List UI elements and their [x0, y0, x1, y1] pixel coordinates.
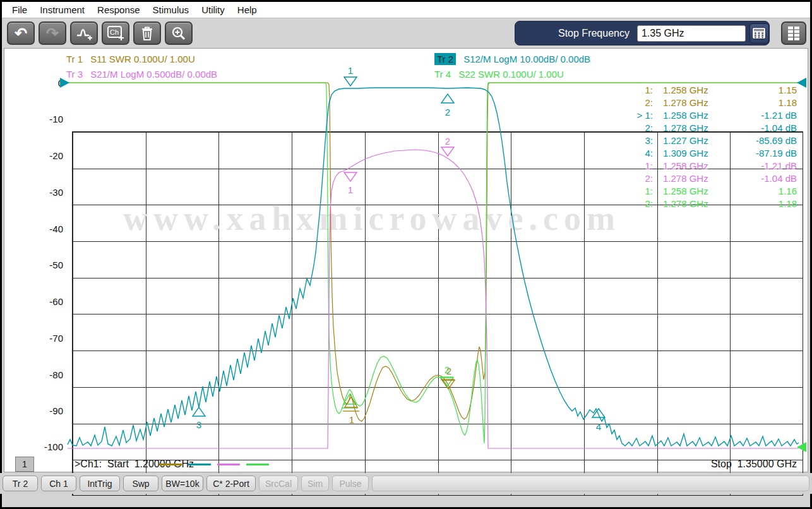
- sweep-stop-readout: Stop 1.35000 GHz: [711, 458, 797, 470]
- trace-legend-swatches: [159, 464, 269, 465]
- redo-button: ↷: [39, 21, 66, 45]
- toolbar: ↶ ↷ Ch: [2, 19, 810, 48]
- softkey-bw[interactable]: BW=10k: [162, 476, 203, 491]
- bottom-status-bar: Tr 2 Ch 1 IntTrig Swp BW=10k C* 2-Port S…: [0, 473, 812, 494]
- keypad-icon: [752, 27, 766, 39]
- tr1-swatch: [159, 464, 182, 465]
- marker-row: 1:1.258 GHz1.15: [624, 84, 797, 97]
- marker-row-active: > 1:1.258 GHz-1.21 dB: [624, 109, 797, 122]
- softkey-pulse: Pulse: [332, 476, 369, 491]
- zoom-button[interactable]: [165, 21, 193, 45]
- channel-tab[interactable]: 1: [15, 457, 34, 472]
- redo-arrow-icon: ↷: [46, 26, 59, 41]
- tr4-swatch: [246, 464, 269, 465]
- marker-row: 2:1.278 GHz1.18: [624, 97, 797, 109]
- add-channel-button[interactable]: Ch: [102, 21, 129, 45]
- marker-row: 2:1.278 GHz-1.04 dB: [624, 122, 797, 135]
- trace-desc-tr2: S12/M LogM 10.00dB/ 0.00dB: [463, 54, 590, 64]
- softkey-ch1[interactable]: Ch 1: [41, 476, 76, 491]
- menu-stimulus[interactable]: Stimulus: [146, 4, 196, 15]
- menu-bar: File Instrument Response Stimulus Utilit…: [2, 2, 810, 18]
- menu-response[interactable]: Response: [91, 4, 146, 15]
- undo-arrow-icon: ↶: [15, 26, 27, 41]
- softkey-swp[interactable]: Swp: [123, 476, 158, 491]
- tr2-swatch: [188, 464, 211, 465]
- pulse-plus-icon: [76, 26, 92, 41]
- delete-button[interactable]: [133, 21, 161, 45]
- marker-row: 3:1.227 GHz-85.69 dB: [624, 135, 797, 147]
- marker-row: 1:1.258 GHz1.16: [624, 185, 797, 198]
- menu-help[interactable]: Help: [231, 4, 263, 15]
- vna-application-window: { "menu": {"items": ["File", "Instrument…: [0, 0, 812, 509]
- marker-row: 2:1.278 GHz1.18: [624, 198, 797, 210]
- softkey-sim: Sim: [301, 476, 329, 491]
- undo-button[interactable]: ↶: [7, 21, 35, 45]
- marker-readout-table: 1:1.258 GHz1.15 2:1.278 GHz1.18 > 1:1.25…: [624, 84, 797, 210]
- trace-label-tr4[interactable]: Tr 4S22 SWR 0.100U/ 1.00U: [434, 69, 564, 80]
- magnifier-plus-icon: [171, 26, 186, 41]
- softkey-inttrig[interactable]: IntTrig: [80, 476, 120, 491]
- add-trace-button[interactable]: [70, 21, 98, 45]
- menu-file[interactable]: File: [6, 4, 33, 15]
- trash-icon: [140, 26, 154, 41]
- trace-id-tr4: Tr 4: [434, 69, 451, 80]
- stop-frequency-input[interactable]: [637, 25, 746, 42]
- softkey-srccal: SrcCal: [259, 476, 298, 491]
- grid-layout-icon: [787, 26, 800, 41]
- trace-desc-tr1: S11 SWR 0.100U/ 1.00U: [90, 54, 195, 64]
- trace-label-tr2[interactable]: Tr 2S12/M LogM 10.00dB/ 0.00dB: [434, 54, 590, 64]
- menu-instrument[interactable]: Instrument: [33, 4, 91, 15]
- trace-id-tr1: Tr 1: [66, 54, 83, 64]
- tr3-swatch: [217, 464, 240, 465]
- svg-text:Ch: Ch: [110, 28, 119, 36]
- stop-frequency-label: Stop Frequency: [558, 28, 630, 39]
- trace-desc-tr3: S21/M LogM 0.500dB/ 0.00dB: [90, 69, 217, 80]
- marker-row: 2:1.278 GHz-1.04 dB: [624, 172, 797, 185]
- trace-label-tr3[interactable]: Tr 3S21/M LogM 0.500dB/ 0.00dB: [66, 69, 217, 80]
- trace-desc-tr4: S22 SWR 0.100U/ 1.00U: [458, 69, 564, 80]
- window-layout-button[interactable]: [781, 21, 806, 45]
- trace-id-tr2-active: Tr 2: [434, 53, 456, 65]
- menu-utility[interactable]: Utility: [195, 4, 231, 15]
- keypad-button[interactable]: [749, 23, 769, 44]
- softkey-cal-2port[interactable]: C* 2-Port: [206, 476, 256, 491]
- channel-plus-icon: Ch: [107, 25, 124, 41]
- softkey-empty: [372, 476, 809, 491]
- marker-row: 4:1.309 GHz-87.19 dB: [624, 147, 797, 160]
- softkey-tr2[interactable]: Tr 2: [3, 476, 38, 491]
- stop-frequency-panel: Stop Frequency: [515, 21, 770, 45]
- marker-row: 1:1.258 GHz-1.21 dB: [624, 160, 797, 172]
- trace-id-tr3: Tr 3: [66, 69, 83, 80]
- trace-label-tr1[interactable]: Tr 1S11 SWR 0.100U/ 1.00U: [66, 54, 195, 64]
